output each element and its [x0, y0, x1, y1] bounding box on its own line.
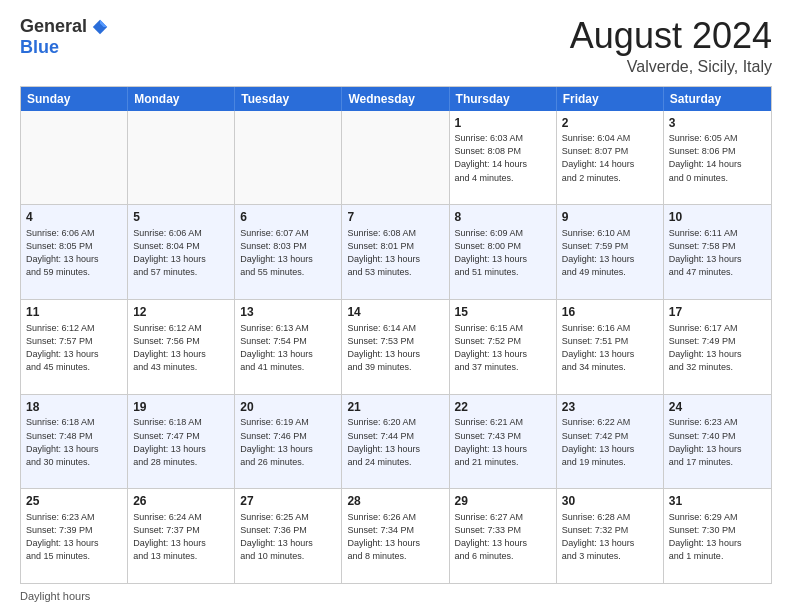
table-row: 15Sunrise: 6:15 AM Sunset: 7:52 PM Dayli…	[450, 300, 557, 394]
cell-info: Sunrise: 6:06 AM Sunset: 8:05 PM Dayligh…	[26, 227, 122, 279]
day-number: 8	[455, 209, 551, 226]
day-number: 31	[669, 493, 766, 510]
cell-info: Sunrise: 6:04 AM Sunset: 8:07 PM Dayligh…	[562, 132, 658, 184]
footer-label: Daylight hours	[20, 590, 90, 602]
table-row: 22Sunrise: 6:21 AM Sunset: 7:43 PM Dayli…	[450, 395, 557, 489]
cell-info: Sunrise: 6:21 AM Sunset: 7:43 PM Dayligh…	[455, 416, 551, 468]
day-number: 29	[455, 493, 551, 510]
calendar: SundayMondayTuesdayWednesdayThursdayFrid…	[20, 86, 772, 584]
day-number: 22	[455, 399, 551, 416]
day-number: 5	[133, 209, 229, 226]
cell-info: Sunrise: 6:17 AM Sunset: 7:49 PM Dayligh…	[669, 322, 766, 374]
cell-info: Sunrise: 6:28 AM Sunset: 7:32 PM Dayligh…	[562, 511, 658, 563]
day-number: 21	[347, 399, 443, 416]
header-day-sunday: Sunday	[21, 87, 128, 111]
cell-info: Sunrise: 6:10 AM Sunset: 7:59 PM Dayligh…	[562, 227, 658, 279]
day-number: 17	[669, 304, 766, 321]
day-number: 2	[562, 115, 658, 132]
cal-row-2: 11Sunrise: 6:12 AM Sunset: 7:57 PM Dayli…	[21, 299, 771, 394]
cell-info: Sunrise: 6:09 AM Sunset: 8:00 PM Dayligh…	[455, 227, 551, 279]
header-day-monday: Monday	[128, 87, 235, 111]
day-number: 30	[562, 493, 658, 510]
header-day-tuesday: Tuesday	[235, 87, 342, 111]
day-number: 12	[133, 304, 229, 321]
day-number: 14	[347, 304, 443, 321]
day-number: 6	[240, 209, 336, 226]
table-row: 17Sunrise: 6:17 AM Sunset: 7:49 PM Dayli…	[664, 300, 771, 394]
cell-info: Sunrise: 6:15 AM Sunset: 7:52 PM Dayligh…	[455, 322, 551, 374]
table-row: 27Sunrise: 6:25 AM Sunset: 7:36 PM Dayli…	[235, 489, 342, 583]
day-number: 7	[347, 209, 443, 226]
table-row: 10Sunrise: 6:11 AM Sunset: 7:58 PM Dayli…	[664, 205, 771, 299]
day-number: 16	[562, 304, 658, 321]
table-row: 9Sunrise: 6:10 AM Sunset: 7:59 PM Daylig…	[557, 205, 664, 299]
cell-info: Sunrise: 6:23 AM Sunset: 7:40 PM Dayligh…	[669, 416, 766, 468]
day-number: 13	[240, 304, 336, 321]
day-number: 1	[455, 115, 551, 132]
table-row: 31Sunrise: 6:29 AM Sunset: 7:30 PM Dayli…	[664, 489, 771, 583]
table-row: 7Sunrise: 6:08 AM Sunset: 8:01 PM Daylig…	[342, 205, 449, 299]
table-row: 4Sunrise: 6:06 AM Sunset: 8:05 PM Daylig…	[21, 205, 128, 299]
table-row: 12Sunrise: 6:12 AM Sunset: 7:56 PM Dayli…	[128, 300, 235, 394]
logo-icon	[91, 18, 109, 36]
table-row: 14Sunrise: 6:14 AM Sunset: 7:53 PM Dayli…	[342, 300, 449, 394]
cell-info: Sunrise: 6:23 AM Sunset: 7:39 PM Dayligh…	[26, 511, 122, 563]
cell-info: Sunrise: 6:08 AM Sunset: 8:01 PM Dayligh…	[347, 227, 443, 279]
table-row: 11Sunrise: 6:12 AM Sunset: 7:57 PM Dayli…	[21, 300, 128, 394]
page: General Blue August 2024 Valverde, Sicil…	[0, 0, 792, 612]
day-number: 27	[240, 493, 336, 510]
cell-info: Sunrise: 6:22 AM Sunset: 7:42 PM Dayligh…	[562, 416, 658, 468]
table-row: 3Sunrise: 6:05 AM Sunset: 8:06 PM Daylig…	[664, 111, 771, 205]
cell-info: Sunrise: 6:14 AM Sunset: 7:53 PM Dayligh…	[347, 322, 443, 374]
table-row: 16Sunrise: 6:16 AM Sunset: 7:51 PM Dayli…	[557, 300, 664, 394]
cal-row-1: 4Sunrise: 6:06 AM Sunset: 8:05 PM Daylig…	[21, 204, 771, 299]
table-row: 25Sunrise: 6:23 AM Sunset: 7:39 PM Dayli…	[21, 489, 128, 583]
day-number: 15	[455, 304, 551, 321]
cell-info: Sunrise: 6:05 AM Sunset: 8:06 PM Dayligh…	[669, 132, 766, 184]
cal-row-4: 25Sunrise: 6:23 AM Sunset: 7:39 PM Dayli…	[21, 488, 771, 583]
table-row: 2Sunrise: 6:04 AM Sunset: 8:07 PM Daylig…	[557, 111, 664, 205]
table-row: 8Sunrise: 6:09 AM Sunset: 8:00 PM Daylig…	[450, 205, 557, 299]
table-row	[342, 111, 449, 205]
cell-info: Sunrise: 6:13 AM Sunset: 7:54 PM Dayligh…	[240, 322, 336, 374]
day-number: 28	[347, 493, 443, 510]
header: General Blue August 2024 Valverde, Sicil…	[20, 16, 772, 76]
cell-info: Sunrise: 6:20 AM Sunset: 7:44 PM Dayligh…	[347, 416, 443, 468]
cell-info: Sunrise: 6:29 AM Sunset: 7:30 PM Dayligh…	[669, 511, 766, 563]
table-row: 18Sunrise: 6:18 AM Sunset: 7:48 PM Dayli…	[21, 395, 128, 489]
day-number: 19	[133, 399, 229, 416]
table-row: 6Sunrise: 6:07 AM Sunset: 8:03 PM Daylig…	[235, 205, 342, 299]
cell-info: Sunrise: 6:12 AM Sunset: 7:57 PM Dayligh…	[26, 322, 122, 374]
cell-info: Sunrise: 6:12 AM Sunset: 7:56 PM Dayligh…	[133, 322, 229, 374]
cell-info: Sunrise: 6:26 AM Sunset: 7:34 PM Dayligh…	[347, 511, 443, 563]
table-row: 29Sunrise: 6:27 AM Sunset: 7:33 PM Dayli…	[450, 489, 557, 583]
calendar-body: 1Sunrise: 6:03 AM Sunset: 8:08 PM Daylig…	[21, 111, 771, 583]
footer-note: Daylight hours	[20, 590, 772, 602]
cell-info: Sunrise: 6:25 AM Sunset: 7:36 PM Dayligh…	[240, 511, 336, 563]
day-number: 24	[669, 399, 766, 416]
cell-info: Sunrise: 6:24 AM Sunset: 7:37 PM Dayligh…	[133, 511, 229, 563]
header-day-thursday: Thursday	[450, 87, 557, 111]
table-row: 21Sunrise: 6:20 AM Sunset: 7:44 PM Dayli…	[342, 395, 449, 489]
cell-info: Sunrise: 6:06 AM Sunset: 8:04 PM Dayligh…	[133, 227, 229, 279]
header-day-saturday: Saturday	[664, 87, 771, 111]
table-row: 23Sunrise: 6:22 AM Sunset: 7:42 PM Dayli…	[557, 395, 664, 489]
table-row	[21, 111, 128, 205]
table-row: 30Sunrise: 6:28 AM Sunset: 7:32 PM Dayli…	[557, 489, 664, 583]
cell-info: Sunrise: 6:19 AM Sunset: 7:46 PM Dayligh…	[240, 416, 336, 468]
title-block: August 2024 Valverde, Sicily, Italy	[570, 16, 772, 76]
day-number: 25	[26, 493, 122, 510]
table-row: 28Sunrise: 6:26 AM Sunset: 7:34 PM Dayli…	[342, 489, 449, 583]
table-row	[235, 111, 342, 205]
cell-info: Sunrise: 6:27 AM Sunset: 7:33 PM Dayligh…	[455, 511, 551, 563]
day-number: 3	[669, 115, 766, 132]
month-year: August 2024	[570, 16, 772, 56]
day-number: 10	[669, 209, 766, 226]
table-row: 24Sunrise: 6:23 AM Sunset: 7:40 PM Dayli…	[664, 395, 771, 489]
location: Valverde, Sicily, Italy	[570, 58, 772, 76]
calendar-header: SundayMondayTuesdayWednesdayThursdayFrid…	[21, 87, 771, 111]
cell-info: Sunrise: 6:07 AM Sunset: 8:03 PM Dayligh…	[240, 227, 336, 279]
cell-info: Sunrise: 6:16 AM Sunset: 7:51 PM Dayligh…	[562, 322, 658, 374]
table-row	[128, 111, 235, 205]
table-row: 26Sunrise: 6:24 AM Sunset: 7:37 PM Dayli…	[128, 489, 235, 583]
